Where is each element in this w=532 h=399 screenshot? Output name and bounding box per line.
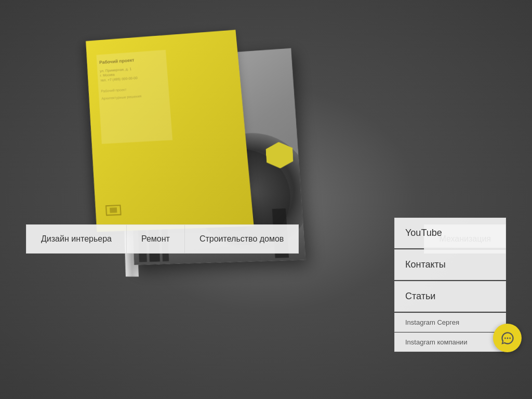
dropdown-item-instagram-company[interactable]: Instagram компании xyxy=(394,332,506,352)
nav-bar: Дизайн интерьера Ремонт Строительство до… xyxy=(26,224,299,254)
dropdown-item-youtube[interactable]: YouTube xyxy=(394,218,506,248)
dropdown-item-instagram-sergey[interactable]: Instagram Сергея xyxy=(394,313,506,332)
svg-point-1 xyxy=(507,337,508,339)
nav-item-repair[interactable]: Ремонт xyxy=(126,224,184,254)
nav-item-construction[interactable]: Строительство домов xyxy=(184,224,299,254)
dropdown-menu: YouTube Контакты Статьи Instagram Сергея… xyxy=(394,218,506,352)
svg-point-0 xyxy=(504,337,506,339)
chat-icon xyxy=(500,331,515,345)
dropdown-item-contacts[interactable]: Контакты xyxy=(394,249,506,280)
svg-point-2 xyxy=(509,337,511,339)
dropdown-item-articles[interactable]: Статьи xyxy=(394,281,506,312)
cover-text: Рабочий проект ул. Примерная, д. 1 г. Мо… xyxy=(99,57,138,83)
nav-item-design[interactable]: Дизайн интерьера xyxy=(26,224,126,254)
book-cover-yellow: Рабочий проект ул. Примерная, д. 1 г. Мо… xyxy=(86,30,254,232)
chat-button[interactable] xyxy=(493,324,522,352)
